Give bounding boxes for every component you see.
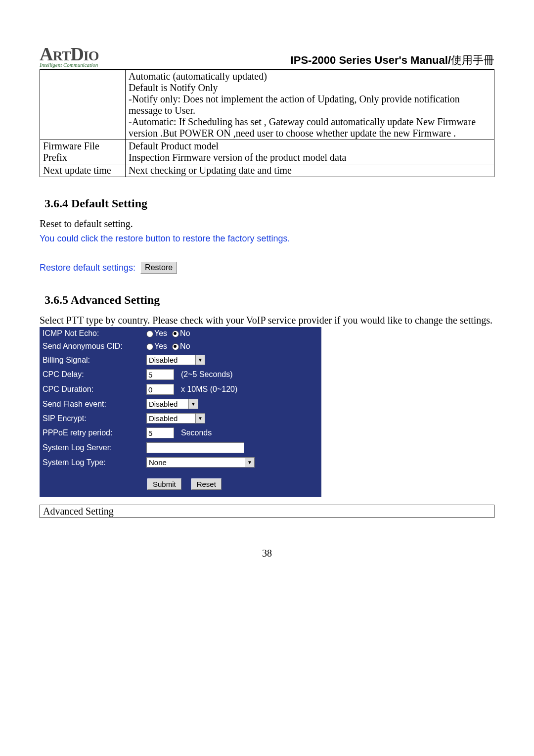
advanced-form: ICMP Not Echo: Yes No Send Anonymous CID… xyxy=(40,327,321,497)
manual-title: IPS-2000 Series User's Manual/使用手冊 xyxy=(291,53,494,68)
row-sip: SIP Encrypt: Disabled ▼ xyxy=(40,411,321,425)
page-number: 38 xyxy=(40,548,494,559)
chevron-down-icon: ▼ xyxy=(195,355,205,365)
restore-button[interactable]: Restore xyxy=(140,262,177,274)
restore-row: Restore default settings: Restore xyxy=(40,262,494,274)
section-heading-default: 3.6.4 Default Setting xyxy=(44,197,494,210)
pppoe-label: PPPoE retry period: xyxy=(43,428,141,437)
restore-help-text: You could click the restore button to re… xyxy=(40,234,494,244)
submit-button[interactable]: Submit xyxy=(147,478,181,490)
syslog-type-select[interactable]: None ▼ xyxy=(146,457,255,468)
spec-cell-label: Firmware File Prefix xyxy=(40,140,126,164)
syslog-server-input[interactable] xyxy=(146,442,244,453)
logo-text: ARTDIO xyxy=(40,45,99,63)
row-cpc-delay: CPC Delay: (2~5 Seconds) xyxy=(40,367,321,382)
footer-cell: Advanced Setting xyxy=(40,505,494,518)
syslog-server-label: System Log Server: xyxy=(43,443,141,452)
table-row: Advanced Setting xyxy=(40,505,494,518)
cpc-delay-suffix: (2~5 Seconds) xyxy=(181,370,233,379)
cpc-dur-input[interactable] xyxy=(146,384,174,395)
button-row: Submit Reset xyxy=(40,470,321,497)
billing-select[interactable]: Disabled ▼ xyxy=(146,355,205,365)
anon-no-radio[interactable]: No xyxy=(172,342,190,351)
sip-select[interactable]: Disabled ▼ xyxy=(146,413,205,424)
spec-cell: Automatic (automatically updated) Defaul… xyxy=(126,70,494,140)
spec-table: Automatic (automatically updated) Defaul… xyxy=(40,70,494,177)
sip-label: SIP Encrypt: xyxy=(43,414,141,423)
advanced-intro: Select PTT type by country. Please check… xyxy=(40,315,494,326)
spec-cell-label: Next update time xyxy=(40,164,126,177)
cpc-dur-label: CPC Duration: xyxy=(43,385,141,394)
row-flash: Send Flash event: Disabled ▼ xyxy=(40,397,321,411)
icmp-label: ICMP Not Echo: xyxy=(43,329,141,338)
logo: ARTDIO Intelligent Communication xyxy=(40,45,99,68)
billing-label: Billing Signal: xyxy=(43,356,141,365)
logo-subtitle: Intelligent Communication xyxy=(40,62,99,68)
footer-table: Advanced Setting xyxy=(40,505,494,518)
row-icmp: ICMP Not Echo: Yes No xyxy=(40,327,321,340)
row-billing: Billing Signal: Disabled ▼ xyxy=(40,353,321,367)
icmp-yes-radio[interactable]: Yes xyxy=(146,329,167,338)
cpc-delay-label: CPC Delay: xyxy=(43,370,141,379)
pppoe-suffix: Seconds xyxy=(181,428,212,437)
send-anon-label: Send Anonymous CID: xyxy=(43,342,141,351)
syslog-type-label: System Log Type: xyxy=(43,458,141,467)
chevron-down-icon: ▼ xyxy=(195,414,205,423)
table-row: Next update time Next checking or Updati… xyxy=(40,164,494,177)
spec-cell: Default Product model Inspection Firmwar… xyxy=(126,140,494,164)
reset-button[interactable]: Reset xyxy=(191,478,222,490)
table-row: Firmware File Prefix Default Product mod… xyxy=(40,140,494,164)
row-send-anon: Send Anonymous CID: Yes No xyxy=(40,340,321,353)
row-cpc-dur: CPC Duration: x 10MS (0~120) xyxy=(40,382,321,397)
chevron-down-icon: ▼ xyxy=(245,458,254,467)
chevron-down-icon: ▼ xyxy=(188,399,198,409)
icmp-no-radio[interactable]: No xyxy=(172,329,190,338)
spec-cell: Next checking or Updating date and time xyxy=(126,164,494,177)
flash-label: Send Flash event: xyxy=(43,400,141,409)
flash-select[interactable]: Disabled ▼ xyxy=(146,399,198,409)
restore-label: Restore default settings: xyxy=(40,263,135,273)
row-syslog-type: System Log Type: None ▼ xyxy=(40,455,321,470)
cpc-dur-suffix: x 10MS (0~120) xyxy=(181,385,237,394)
section-heading-advanced: 3.6.5 Advanced Setting xyxy=(44,293,494,307)
pppoe-input[interactable] xyxy=(146,427,174,438)
page-header: ARTDIO Intelligent Communication IPS-200… xyxy=(40,45,494,70)
default-intro: Reset to default setting. xyxy=(40,218,494,230)
row-pppoe: PPPoE retry period: Seconds xyxy=(40,425,321,440)
row-syslog-server: System Log Server: xyxy=(40,440,321,455)
table-row: Automatic (automatically updated) Defaul… xyxy=(40,70,494,140)
anon-yes-radio[interactable]: Yes xyxy=(146,342,167,351)
cpc-delay-input[interactable] xyxy=(146,369,174,380)
